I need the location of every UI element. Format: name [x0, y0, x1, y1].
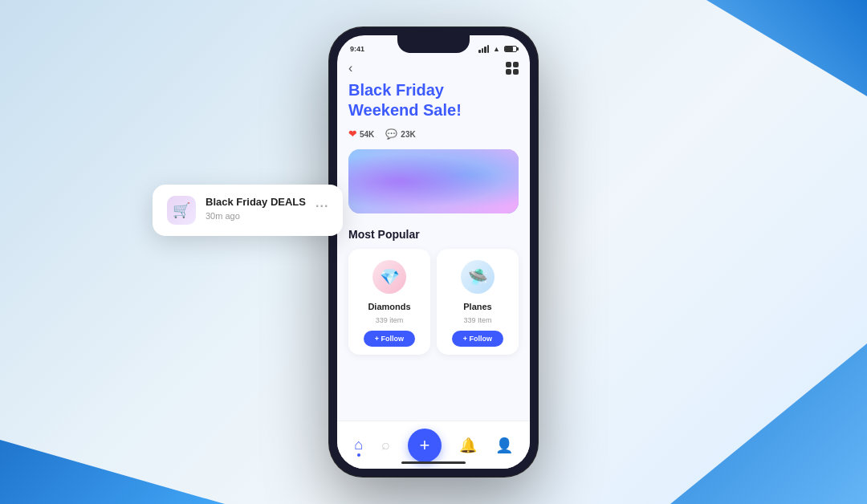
- diamonds-name: Diamonds: [368, 302, 410, 311]
- signal-icon: [478, 45, 489, 53]
- battery-icon: [504, 46, 517, 52]
- nav-active-indicator: [357, 453, 360, 457]
- diamonds-icon: 💎: [372, 260, 406, 294]
- stats-row: ❤ 54K 💬 23K: [337, 128, 530, 149]
- banner-image: [348, 149, 519, 213]
- profile-icon: 👤: [495, 437, 513, 454]
- nav-search[interactable]: ⌕: [381, 437, 390, 453]
- nav-profile[interactable]: 👤: [495, 437, 513, 454]
- page-title: Black Friday Weekend Sale!: [337, 80, 530, 128]
- heart-icon: ❤: [348, 128, 356, 140]
- home-icon: ⌂: [354, 437, 363, 453]
- top-nav: ‹: [337, 58, 530, 80]
- nav-notifications[interactable]: 🔔: [459, 437, 477, 454]
- notification-card: 🛒 Black Friday DEALS 30m ago ...: [153, 185, 343, 236]
- nav-add-button[interactable]: +: [408, 429, 442, 462]
- back-button[interactable]: ‹: [348, 61, 352, 75]
- diamonds-count: 339 item: [376, 316, 404, 324]
- wifi-icon: ▲: [493, 45, 500, 53]
- most-popular-section: Most Popular: [337, 225, 530, 249]
- search-icon: ⌕: [381, 437, 390, 453]
- home-indicator: [401, 461, 466, 464]
- diamonds-follow-button[interactable]: + Follow: [364, 331, 415, 347]
- product-card-planes: 🛸 Planes 339 Item + Follow: [437, 249, 519, 355]
- comment-icon: 💬: [385, 128, 397, 140]
- phone-screen: 9:41 ▲ ‹: [337, 35, 530, 469]
- phone-notch: [397, 35, 470, 53]
- product-card-diamonds: 💎 Diamonds 339 item + Follow: [348, 249, 430, 355]
- notif-content: Black Friday DEALS 30m ago: [206, 196, 306, 221]
- status-time: 9:41: [350, 45, 364, 53]
- status-icons: ▲: [478, 45, 517, 53]
- planes-count: 339 Item: [463, 316, 491, 324]
- planes-name: Planes: [463, 302, 491, 311]
- phone-frame: 9:41 ▲ ‹: [329, 27, 538, 477]
- likes-stat: ❤ 54K: [348, 128, 374, 140]
- nav-home[interactable]: ⌂: [354, 437, 363, 453]
- grid-icon[interactable]: [506, 62, 519, 75]
- banner-wave: [348, 149, 519, 213]
- notif-more-icon[interactable]: ...: [315, 196, 328, 210]
- notif-title: Black Friday DEALS: [206, 196, 306, 209]
- planes-icon: 🛸: [461, 260, 495, 294]
- notif-cart-icon: 🛒: [167, 196, 196, 225]
- comments-stat: 💬 23K: [385, 128, 415, 140]
- planes-follow-button[interactable]: + Follow: [452, 331, 503, 347]
- notif-time: 30m ago: [206, 211, 306, 221]
- products-grid: 💎 Diamonds 339 item + Follow 🛸 Planes 33…: [337, 249, 530, 355]
- phone-container: 9:41 ▲ ‹: [329, 27, 538, 477]
- bell-icon: 🔔: [459, 437, 477, 454]
